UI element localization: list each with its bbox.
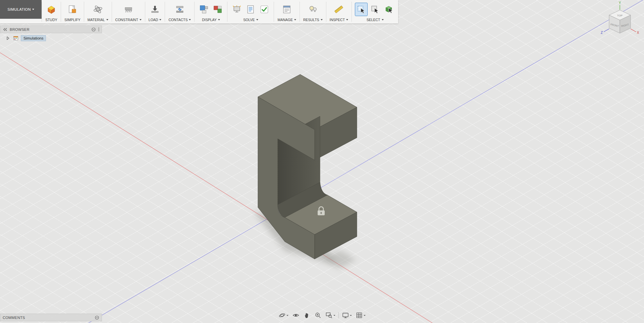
view-cube[interactable]: TOP FRONT RIGHT Y Z X [594, 1, 641, 41]
toolbar-dropdown-material[interactable]: MATERIAL [88, 17, 108, 22]
contacts-icon [175, 4, 185, 14]
panel-options-icon[interactable] [91, 27, 96, 32]
zoom-button[interactable] [314, 311, 322, 320]
select-solid-button[interactable] [383, 3, 395, 16]
toolbar-group-simplify: SIMPLIFY [61, 0, 84, 23]
display-settings-icon [342, 312, 349, 319]
chevron-down-icon [294, 19, 296, 20]
toolbar-dropdown-manage[interactable]: MANAGE [277, 17, 296, 22]
display-settings-button[interactable] [341, 311, 353, 320]
chevron-down-icon [106, 19, 108, 20]
toolbar-dropdown-load[interactable]: LOAD [149, 17, 162, 22]
toolbar-dropdown-inspect[interactable]: INSPECT [330, 17, 348, 22]
look-at-button[interactable] [291, 311, 300, 320]
workspace-switcher[interactable]: SIMULATION [0, 0, 42, 19]
collapse-panel-icon[interactable] [3, 27, 7, 32]
top-toolbar: SIMULATION STUDY [0, 0, 398, 23]
toolbar-dropdown-constraint[interactable]: CONSTRAINT [115, 17, 142, 22]
simplify-button[interactable] [66, 3, 78, 16]
chevron-down-icon [286, 315, 288, 316]
display-layout-button[interactable] [198, 3, 210, 16]
solve-report-button[interactable] [245, 3, 257, 16]
simulations-icon [13, 36, 18, 41]
constraint-button[interactable] [122, 3, 135, 16]
toolbar-label-study[interactable]: STUDY [45, 17, 57, 22]
chevron-down-icon [256, 19, 258, 20]
constraint-icon [123, 4, 133, 14]
toolbar-group-manage: MANAGE [274, 0, 300, 23]
select-window-button[interactable] [355, 3, 367, 16]
simplify-icon [67, 4, 77, 14]
z-axis-tick [604, 29, 609, 32]
toolbar-group-constraint: CONSTRAINT [112, 0, 145, 23]
toolbar-group-material: MATERIAL [84, 0, 112, 23]
z-axis-line [0, 0, 644, 323]
solve-button[interactable] [231, 3, 243, 16]
expand-arrow-icon[interactable] [5, 36, 11, 41]
report-icon [246, 4, 256, 14]
simulations-node-label[interactable]: Simulations [21, 35, 46, 41]
select-cursor-button[interactable] [369, 3, 381, 16]
display-compare-button[interactable] [212, 3, 224, 16]
material-icon [93, 4, 103, 14]
look-at-icon [292, 312, 300, 319]
manage-icon [282, 4, 292, 14]
browser-tree-item-simulations: Simulations [5, 35, 46, 42]
chevron-down-icon [333, 315, 335, 316]
study-button[interactable] [45, 3, 57, 16]
dock-separator [338, 312, 339, 318]
panel-options-icon[interactable] [95, 315, 99, 320]
chevron-down-icon [364, 315, 366, 316]
toolbar-dropdown-display[interactable]: DISPLAY [202, 17, 220, 22]
solve-precheck-button[interactable] [258, 3, 270, 16]
toolbar-dropdown-contacts[interactable]: CONTACTS [168, 17, 191, 22]
fit-button[interactable] [325, 311, 336, 320]
material-button[interactable] [92, 3, 104, 16]
inspect-icon [334, 4, 344, 14]
navigation-dock [276, 310, 368, 320]
solve-icon [232, 4, 242, 14]
toolbar-group-study: STUDY [42, 0, 61, 23]
comments-panel-header[interactable]: COMMENTS [0, 314, 102, 321]
load-button[interactable] [149, 3, 161, 16]
chevron-down-icon [159, 19, 161, 20]
toolbar-dropdown-select[interactable]: SELECT [367, 17, 384, 22]
toolbar-label-simplify[interactable]: SIMPLIFY [64, 17, 80, 22]
chevron-down-icon [32, 9, 34, 10]
grid-settings-button[interactable] [355, 311, 366, 320]
chevron-down-icon [140, 19, 142, 20]
select-window-icon [356, 4, 366, 14]
chevron-down-icon [189, 19, 191, 20]
browser-panel-title: BROWSER [10, 27, 30, 31]
display-layout-icon [199, 4, 209, 14]
toolbar-group-inspect: INSPECT [326, 0, 352, 23]
manage-button[interactable] [281, 3, 293, 16]
chevron-down-icon [346, 19, 348, 20]
display-compare-icon [213, 4, 223, 14]
workspace-label: SIMULATION [7, 7, 31, 11]
z-axis-label: Z [601, 31, 603, 35]
precheck-ok-icon [259, 4, 269, 14]
toolbar-dropdown-solve[interactable]: SOLVE [243, 17, 258, 22]
orbit-button[interactable] [278, 311, 289, 320]
comments-panel-title: COMMENTS [3, 316, 25, 320]
study-icon [46, 4, 56, 14]
x-axis-label: X [637, 31, 639, 35]
select-cursor-icon [370, 4, 380, 14]
pan-button[interactable] [303, 311, 311, 320]
viewport-canvas[interactable] [0, 0, 644, 323]
load-icon [150, 4, 160, 14]
select-solid-icon [384, 4, 394, 14]
inspect-button[interactable] [333, 3, 345, 16]
chevron-down-icon [350, 315, 352, 316]
fit-icon [325, 312, 333, 319]
toolbar-dropdown-results[interactable]: RESULTS [303, 17, 323, 22]
fusion-simulation-window: { "workspace": { "label": "SIMULATION" }… [0, 0, 644, 323]
results-icon [308, 4, 318, 14]
toolbar-group-results: RESULTS [300, 0, 326, 23]
results-button[interactable] [307, 3, 319, 16]
toolbar-group-display: DISPLAY [195, 0, 227, 23]
browser-scrollbar[interactable] [98, 27, 99, 31]
chevron-down-icon [321, 19, 323, 20]
contacts-button[interactable] [174, 3, 186, 16]
